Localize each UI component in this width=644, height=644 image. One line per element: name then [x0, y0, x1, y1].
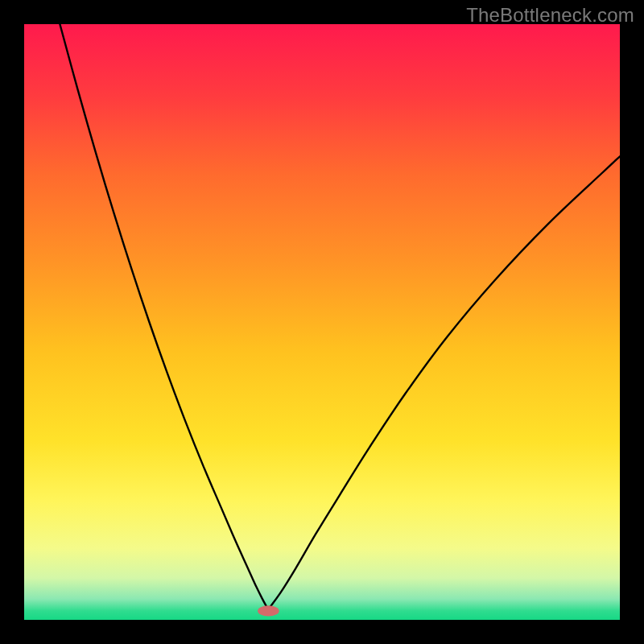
chart-frame: TheBottleneck.com [0, 0, 644, 644]
minimum-marker [258, 605, 279, 616]
gradient-background [24, 24, 620, 620]
plot-area [24, 24, 620, 620]
chart-svg [24, 24, 620, 620]
watermark-text: TheBottleneck.com [466, 4, 634, 27]
